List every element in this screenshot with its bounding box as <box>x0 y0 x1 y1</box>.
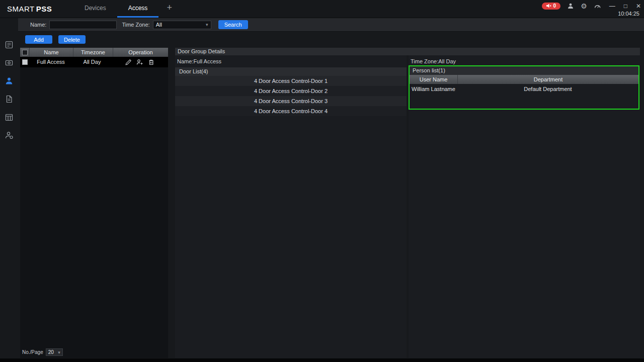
column-header-department: Department <box>457 75 638 84</box>
alarm-count: 0 <box>553 3 556 9</box>
timezone-selected-value: All <box>156 22 162 28</box>
door-list-item[interactable]: 4 Door Access Control-Door 4 <box>175 106 407 116</box>
select-all-checkbox[interactable] <box>22 50 28 55</box>
sidebar-console-icon[interactable] <box>5 40 14 49</box>
tab-access[interactable]: Access <box>117 0 159 18</box>
sidebar-device-icon[interactable] <box>5 58 14 67</box>
person-username-cell: William Lastname <box>410 84 457 94</box>
column-header-name: Name <box>29 48 73 57</box>
main-tabs: Devices Access + <box>73 0 180 18</box>
group-timezone-text: Time Zone:All Day <box>411 58 456 64</box>
new-tab-button[interactable]: + <box>158 0 180 18</box>
timezone-label: Time Zone: <box>122 22 149 28</box>
settings-gear-icon[interactable]: ⚙ <box>581 3 587 10</box>
group-name-cell: Full Access <box>29 57 72 67</box>
page-size-value: 20 <box>48 349 54 355</box>
group-table-row[interactable]: Full Access All Day <box>20 57 168 67</box>
door-list-item[interactable]: 4 Door Access Control-Door 2 <box>175 86 407 96</box>
sidebar-person-icon[interactable] <box>5 76 14 85</box>
module-sidebar <box>0 18 18 358</box>
performance-gauge-icon[interactable] <box>594 3 601 9</box>
pager: No./Page 20 ▾ <box>22 348 63 356</box>
group-table-header: Name Timezone Operation <box>20 48 168 57</box>
logo-smart: SMART <box>7 5 35 13</box>
door-group-list-panel: Name Timezone Operation Full Access All … <box>20 48 168 358</box>
group-timezone-cell: All Day <box>72 57 112 67</box>
column-header-username: User Name <box>410 75 457 84</box>
pager-label: No./Page <box>22 349 43 355</box>
delete-button[interactable]: Delete <box>58 35 86 44</box>
door-list-title: Door List(4) <box>175 67 407 76</box>
close-button[interactable]: ✕ <box>636 3 641 10</box>
bottom-strip <box>0 358 644 362</box>
edit-icon[interactable] <box>125 59 132 65</box>
details-title-bar: Door Group Details <box>175 48 640 55</box>
person-list-title: Person list(1) <box>410 66 638 75</box>
sidebar-attendance-icon[interactable] <box>5 113 14 122</box>
name-label: Name: <box>30 22 46 28</box>
clock: 10:04:25 <box>618 11 639 17</box>
logo-pss: PSS <box>36 5 52 13</box>
chevron-down-icon: ▾ <box>206 22 208 27</box>
speaker-muted-icon <box>546 4 551 8</box>
chevron-down-icon: ▾ <box>58 350 60 355</box>
search-toolbar: Name: Time Zone: All ▾ Search <box>18 18 644 32</box>
column-header-timezone: Timezone <box>73 48 113 57</box>
minimize-button[interactable]: — <box>609 3 615 10</box>
delete-icon[interactable] <box>148 59 154 65</box>
tab-devices[interactable]: Devices <box>73 0 117 18</box>
maximize-button[interactable]: □ <box>624 3 627 10</box>
titlebar: SMARTPSS Devices Access + 0 ⚙ — <box>0 0 644 18</box>
group-name-text: Name:Full Access <box>177 58 221 64</box>
row-checkbox[interactable] <box>22 59 28 65</box>
sidebar-log-icon[interactable] <box>5 95 14 104</box>
page-size-select[interactable]: 20 ▾ <box>46 348 63 356</box>
timezone-select[interactable]: All ▾ <box>153 21 211 29</box>
door-list-item[interactable]: 4 Door Access Control-Door 3 <box>175 96 407 106</box>
app-logo: SMARTPSS <box>7 5 52 13</box>
person-table-header: User Name Department <box>410 75 638 84</box>
person-list-panel: Time Zone:All Day Person list(1) User Na… <box>409 55 640 358</box>
door-list-panel: Name:Full Access Door List(4) 4 Door Acc… <box>175 55 407 358</box>
titlebar-icons: 0 ⚙ — □ ✕ <box>542 2 641 10</box>
column-header-operation: Operation <box>113 48 168 57</box>
operation-cell <box>112 59 168 65</box>
name-input[interactable] <box>49 21 117 29</box>
add-button[interactable]: Add <box>25 35 52 44</box>
person-table-row[interactable]: William Lastname Default Department <box>410 84 638 94</box>
search-button[interactable]: Search <box>218 20 248 29</box>
alarm-badge[interactable]: 0 <box>542 3 561 10</box>
sidebar-user-config-icon[interactable] <box>5 131 14 140</box>
highlight-box: Person list(1) User Name Department Will… <box>409 65 639 110</box>
user-account-icon[interactable] <box>568 3 574 9</box>
person-department-cell: Default Department <box>457 84 638 94</box>
door-list-item[interactable]: 4 Door Access Control-Door 1 <box>175 76 407 86</box>
add-user-icon[interactable] <box>136 59 143 65</box>
